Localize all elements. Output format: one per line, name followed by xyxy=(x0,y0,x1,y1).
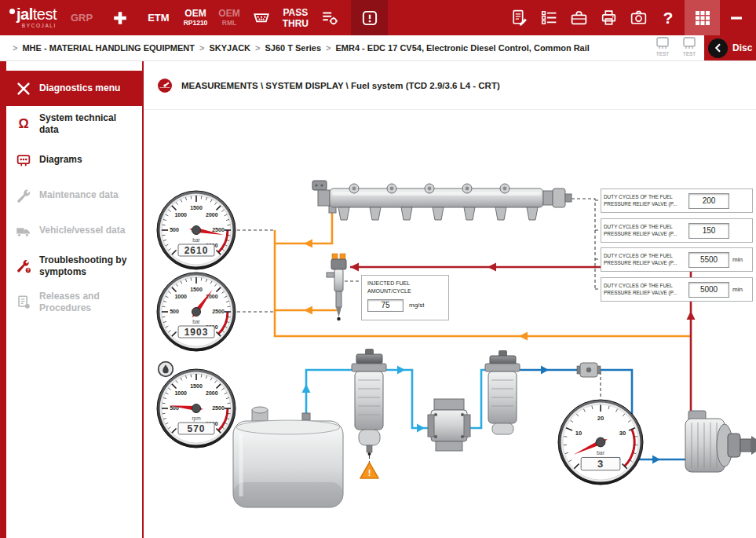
svg-text:TEST: TEST xyxy=(683,51,696,57)
breadcrumb-item-system[interactable]: EMR4 - EDC 17 CV54, Electronic Diesel Co… xyxy=(335,43,589,53)
breadcrumb-bar: > MHE - MATERIAL HANDLING EQUIPMENT > SK… xyxy=(0,35,756,61)
minimize-icon xyxy=(727,9,746,27)
breadcrumb-separator: > xyxy=(199,43,204,53)
app-window: jaltest BYCOJALI GRP ETM OEM RP1210 OEM … xyxy=(0,0,756,538)
camera-icon xyxy=(629,8,648,27)
breadcrumb-item-category[interactable]: MHE - MATERIAL HANDLING EQUIPMENT xyxy=(22,43,195,53)
duty-cycle-unit: min xyxy=(732,286,743,293)
duty-cycle-box-4: DUTY CYCLES OF THE FUELPRESSURE RELIEF V… xyxy=(601,277,753,302)
print-button[interactable] xyxy=(595,5,622,31)
sidebar-item-system-technical-data[interactable]: Ω System technical data xyxy=(6,106,142,142)
troubleshooting-wrench-icon: ? xyxy=(15,258,32,275)
minimize-button[interactable] xyxy=(723,5,750,31)
svg-text:bar: bar xyxy=(192,237,200,243)
page-title: MEASUREMENTS \ SYSTEM DISPLAY \ Fuel sys… xyxy=(181,81,500,90)
breadcrumb-item-brand[interactable]: SKYJACK xyxy=(209,43,250,53)
breadcrumb-separator: > xyxy=(255,43,260,53)
sidebar-item-label: Diagrams xyxy=(39,154,82,166)
sidebar-item-diagrams[interactable]: Diagrams xyxy=(6,142,142,178)
releases-document-icon xyxy=(15,294,32,311)
plus-icon xyxy=(111,9,129,27)
checklist-icon xyxy=(539,8,559,27)
pass-thru-button[interactable]: PASS THRU xyxy=(283,8,309,28)
etm-button[interactable]: ETM xyxy=(148,12,169,24)
sidebar-item-label: Troubleshooting by symptoms xyxy=(39,254,137,278)
sidebar-item-diagnostics-menu[interactable]: Diagnostics menu xyxy=(6,71,142,106)
wrench-icon xyxy=(15,187,32,204)
toolbox-button[interactable] xyxy=(565,5,592,31)
duty-cycle-value-input[interactable]: 5500 xyxy=(688,252,729,268)
svg-text:bar: bar xyxy=(597,450,605,456)
fuel-pump-icon xyxy=(156,360,175,379)
breadcrumb: > MHE - MATERIAL HANDLING EQUIPMENT > SK… xyxy=(0,43,590,53)
sidebar-menu: Diagnostics menu Ω System technical data… xyxy=(0,61,144,538)
system-test-icon-1: TEST xyxy=(651,35,674,60)
duty-cycle-box-3: DUTY CYCLES OF THE FUELPRESSURE RELIEF V… xyxy=(601,247,753,272)
configuration-button[interactable] xyxy=(316,5,343,31)
logo-subtitle: BYCOJALI xyxy=(22,24,57,29)
printer-icon xyxy=(599,8,619,27)
duty-cycle-value-input[interactable]: 200 xyxy=(688,193,729,209)
breadcrumb-item-model[interactable]: SJ60 T Series xyxy=(265,43,321,53)
obd-connector-icon xyxy=(251,8,272,28)
duty-cycle-label: DUTY CYCLES OF THE FUELPRESSURE RELIEF V… xyxy=(604,283,685,296)
transfer-pump xyxy=(428,399,470,451)
svg-text:2500: 2500 xyxy=(212,405,225,411)
duty-cycle-unit: min xyxy=(732,256,743,263)
settings-list-icon xyxy=(320,8,340,28)
add-vehicle-button[interactable] xyxy=(107,5,133,31)
disconnect-label: Disc xyxy=(732,42,752,53)
svg-text:2000: 2000 xyxy=(206,212,218,218)
diagnostics-connector-button[interactable] xyxy=(248,5,275,31)
disconnect-button[interactable]: Disc xyxy=(704,35,756,60)
svg-text:20: 20 xyxy=(597,415,604,422)
wiring-diagram-icon xyxy=(15,152,32,169)
injected-fuel-unit: mg/st xyxy=(409,302,425,309)
sidebar-item-maintenance-data: Maintenance data xyxy=(6,178,142,213)
svg-text:3: 3 xyxy=(597,458,604,470)
sidebar-item-label: Maintenance data xyxy=(39,189,119,201)
crossed-tools-icon xyxy=(15,80,32,97)
grp-button: GRP xyxy=(71,12,93,24)
svg-text:1500: 1500 xyxy=(190,205,203,210)
duty-cycle-label: DUTY CYCLES OF THE FUELPRESSURE RELIEF V… xyxy=(604,224,685,237)
jaltest-logo[interactable]: jaltest BYCOJALI xyxy=(9,6,57,29)
svg-text:!: ! xyxy=(368,468,371,478)
alerts-button[interactable] xyxy=(351,0,388,35)
logo-dot-icon xyxy=(9,9,15,14)
low-pressure-gauge: 010203040bar3 xyxy=(557,398,645,489)
svg-text:1000: 1000 xyxy=(174,212,187,218)
injected-fuel-value[interactable]: 75 xyxy=(367,299,404,312)
svg-text:1500: 1500 xyxy=(190,383,203,389)
svg-text:?: ? xyxy=(27,268,29,273)
report-button[interactable] xyxy=(506,5,532,31)
apps-menu-button[interactable] xyxy=(685,0,720,35)
duty-cycle-value-input[interactable]: 5000 xyxy=(688,282,729,298)
alert-icon xyxy=(360,8,380,28)
duty-cycle-box-1: DUTY CYCLES OF THE FUELPRESSURE RELIEF V… xyxy=(601,188,753,213)
fuel-system-diagram: ! 50010001500200025003000bar2610 5001000… xyxy=(144,110,756,538)
fuel-filter-water-separator xyxy=(352,349,386,456)
oem-rml-button: OEM RML xyxy=(218,9,239,27)
duty-cycle-label: DUTY CYCLES OF THE FUELPRESSURE RELIEF V… xyxy=(604,194,685,207)
svg-text:2000: 2000 xyxy=(206,390,218,396)
svg-text:1500: 1500 xyxy=(190,287,203,292)
oem-rp1210-button[interactable]: OEM RP1210 xyxy=(184,9,208,27)
measurements-icon xyxy=(156,77,173,94)
help-button[interactable]: ? xyxy=(655,5,681,31)
check-valve xyxy=(577,363,601,377)
back-arrow-icon xyxy=(708,38,728,58)
duty-cycle-label: DUTY CYCLES OF THE FUELPRESSURE RELIEF V… xyxy=(604,253,685,266)
checklist-button[interactable] xyxy=(535,5,562,31)
sidebar-item-troubleshooting[interactable]: ? Troubleshooting by symptoms xyxy=(6,248,142,284)
svg-text:570: 570 xyxy=(187,423,205,434)
logo-brand-bold: jal xyxy=(16,6,33,22)
injected-fuel-box: INJECTED FUEL AMOUNT/CYCLE 75 mg/st xyxy=(361,275,449,320)
screenshot-button[interactable] xyxy=(625,5,652,31)
logo-brand-light: test xyxy=(33,6,57,22)
breadcrumb-separator: > xyxy=(326,43,331,53)
duty-cycle-value-input[interactable]: 150 xyxy=(688,223,729,239)
svg-text:1000: 1000 xyxy=(174,294,187,299)
document-edit-icon xyxy=(509,8,529,27)
svg-text:10: 10 xyxy=(575,430,582,437)
